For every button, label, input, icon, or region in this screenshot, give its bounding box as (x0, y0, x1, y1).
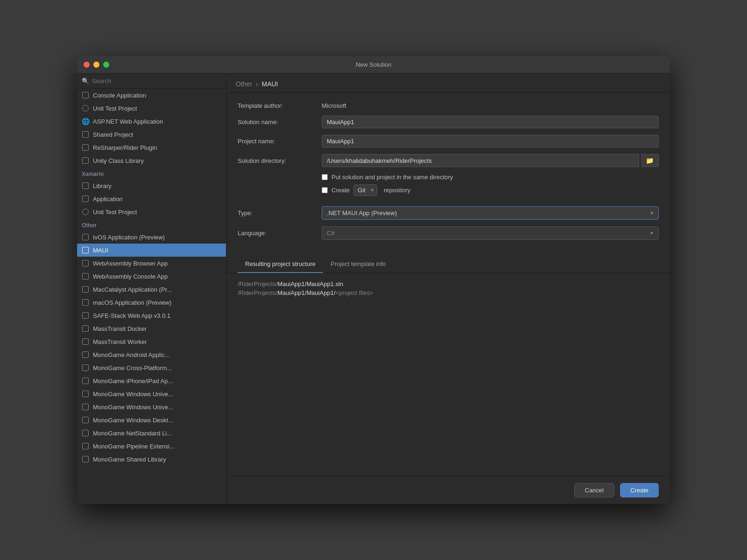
sidebar-item-monogame-pipeline[interactable]: MonoGame Pipeline Extensi... (77, 440, 226, 453)
form-area: Template author: Microsoft Solution name… (226, 93, 670, 256)
tvos-icon (82, 233, 89, 241)
same-dir-label[interactable]: Put solution and project in the same dir… (322, 174, 659, 181)
breadcrumb: Other › MAUI (226, 74, 670, 93)
close-button[interactable] (84, 62, 90, 68)
language-select[interactable]: C# F# (322, 226, 659, 240)
type-select[interactable]: .NET MAUI App (Preview) .NET MAUI Class … (322, 206, 659, 220)
sidebar-item-maccatalyst[interactable]: MacCatalyst Application (Pr... (77, 283, 226, 296)
footer: Cancel Create (226, 476, 670, 504)
category-other: Other (77, 218, 226, 231)
sidebar-item-monogame-win1[interactable]: MonoGame Windows Unive... (77, 387, 226, 400)
sidebar-item-resharper[interactable]: ReSharper/Rider Plugin (77, 141, 226, 154)
monogame-win2-icon (82, 403, 89, 411)
search-area: 🔍 (82, 77, 221, 84)
sidebar-item-unity-lib[interactable]: Unity Class Library (77, 154, 226, 167)
type-row: Type: .NET MAUI App (Preview) .NET MAUI … (238, 206, 659, 220)
sidebar-item-asp-net[interactable]: 🌐 ASP.NET Web Application (77, 115, 226, 128)
solution-dir-row: Solution directory: 📁 (238, 154, 659, 167)
solution-dir-input[interactable] (322, 154, 639, 167)
tab-template-info[interactable]: Project template info (323, 256, 394, 273)
sidebar-item-console-app[interactable]: Console Application (77, 89, 226, 102)
monogame-pipeline-icon (82, 442, 89, 450)
dialog-content: 🔍 Console Application Unit Test Project … (77, 74, 670, 504)
git-select[interactable]: Git (353, 184, 377, 196)
shared-project-icon (82, 131, 89, 138)
sidebar-item-monogame-cross[interactable]: MonoGame Cross-Platform... (77, 361, 226, 374)
search-icon: 🔍 (82, 77, 89, 84)
browse-button[interactable]: 📁 (641, 154, 659, 167)
create-git-row[interactable]: Create Git ▼ repository (322, 184, 659, 196)
type-select-wrapper: .NET MAUI App (Preview) .NET MAUI Class … (322, 206, 659, 220)
monogame-desktop-icon (82, 416, 89, 424)
project-name-input[interactable] (322, 135, 659, 147)
sidebar-item-masstransit-docker[interactable]: MassTransit Docker (77, 322, 226, 335)
sidebar-item-safestack[interactable]: SAFE-Stack Web App v3.0.1 (77, 309, 226, 322)
solution-dir-label: Solution directory: (238, 157, 322, 164)
monogame-iphone-icon (82, 377, 89, 385)
sidebar-item-xamarin-application[interactable]: Application (77, 192, 226, 205)
git-select-wrapper: Git ▼ (353, 184, 377, 196)
xamarin-unit-test-icon (82, 208, 89, 216)
monogame-cross-icon (82, 364, 89, 371)
language-row: Language: C# F# ▼ (238, 226, 659, 240)
masstransit-docker-icon (82, 325, 89, 332)
dialog-title: New Solution (356, 61, 392, 68)
create-button[interactable]: Create (620, 483, 659, 497)
unit-test-1-icon (82, 105, 89, 112)
macos-icon (82, 299, 89, 306)
solution-name-label: Solution name: (238, 119, 322, 126)
maximize-button[interactable] (103, 62, 109, 68)
category-xamarin: Xamarin (77, 167, 226, 179)
maui-icon (82, 246, 89, 254)
sidebar-item-webassembly-console[interactable]: WebAssembly Console App (77, 270, 226, 283)
sidebar-item-macos[interactable]: macOS Application (Preview) (77, 296, 226, 309)
sidebar: 🔍 Console Application Unit Test Project … (77, 74, 226, 504)
sidebar-item-monogame-shared[interactable]: MonoGame Shared Library (77, 453, 226, 466)
type-label: Type: (238, 210, 322, 217)
window-controls (84, 62, 109, 68)
sidebar-item-xamarin-library[interactable]: Library (77, 179, 226, 192)
sidebar-item-unit-test-1[interactable]: Unit Test Project (77, 102, 226, 115)
cancel-button[interactable]: Cancel (574, 483, 614, 497)
sidebar-item-maui[interactable]: MAUI (77, 244, 226, 257)
tabs-bar: Resulting project structure Project temp… (226, 256, 670, 273)
resharper-icon (82, 144, 89, 151)
sidebar-item-monogame-desktop[interactable]: MonoGame Windows Deskt... (77, 413, 226, 427)
search-input[interactable] (92, 77, 221, 84)
sidebar-item-xamarin-unit-test[interactable]: Unit Test Project (77, 205, 226, 218)
sidebar-item-tvos[interactable]: tvOS Application (Preview) (77, 231, 226, 244)
webassembly-browser-icon (82, 259, 89, 267)
minimize-button[interactable] (93, 62, 99, 68)
language-label: Language: (238, 230, 322, 237)
sidebar-item-monogame-win2[interactable]: MonoGame Windows Unive... (77, 400, 226, 413)
monogame-netstandard-icon (82, 429, 89, 437)
solution-dir-input-area: 📁 (322, 154, 659, 167)
tab-project-structure[interactable]: Resulting project structure (238, 256, 323, 273)
safestack-icon (82, 312, 89, 319)
monogame-shared-icon (82, 455, 89, 463)
same-dir-row: Put solution and project in the same dir… (238, 174, 659, 200)
xamarin-library-icon (82, 182, 89, 189)
asp-net-icon: 🌐 (82, 118, 89, 125)
template-author-row: Template author: Microsoft (238, 102, 659, 109)
project-name-row: Project name: (238, 135, 659, 147)
webassembly-console-icon (82, 273, 89, 280)
same-dir-checkbox[interactable] (322, 174, 328, 180)
search-bar: 🔍 (77, 74, 226, 89)
template-author-value: Microsoft (322, 102, 346, 109)
sidebar-item-monogame-netstandard[interactable]: MonoGame NetStandard Li... (77, 427, 226, 440)
proj-path-1: /RiderProjects/MauiApp1/MauiApp1.sln (238, 280, 659, 287)
lang-select-wrapper: C# F# ▼ (322, 226, 659, 240)
proj-path-2: /RiderProjects/MauiApp1/MauiApp1/<projec… (238, 289, 659, 296)
sidebar-item-monogame-iphone[interactable]: MonoGame iPhone/iPad Ap... (77, 374, 226, 387)
sidebar-item-webassembly-browser[interactable]: WebAssembly Browser App (77, 257, 226, 270)
project-structure-panel: /RiderProjects/MauiApp1/MauiApp1.sln /Ri… (226, 273, 670, 476)
sidebar-item-shared-project[interactable]: Shared Project (77, 128, 226, 141)
create-git-checkbox[interactable] (322, 187, 328, 193)
sidebar-item-monogame-android[interactable]: MonoGame Android Applic... (77, 348, 226, 361)
xamarin-application-icon (82, 195, 89, 203)
solution-name-input[interactable] (322, 116, 659, 128)
masstransit-worker-icon (82, 338, 89, 345)
new-solution-dialog: New Solution 🔍 Console Application Unit … (77, 56, 670, 504)
sidebar-item-masstransit-worker[interactable]: MassTransit Worker (77, 335, 226, 348)
